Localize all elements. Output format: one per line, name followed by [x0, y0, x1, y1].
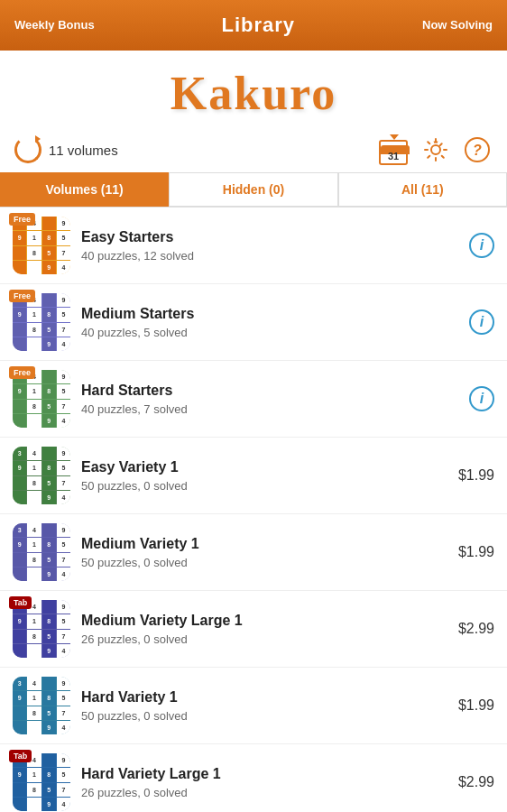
item-subtitle: 40 puzzles, 5 solved [81, 326, 440, 339]
thumbnail-wrap: 349918585794Free [13, 370, 70, 428]
thumbnail: 349918585794 [13, 447, 70, 504]
item-action: $1.99 [440, 467, 494, 484]
volume-badge: Tab [9, 596, 32, 609]
volumes-count: 11 volumes [49, 143, 379, 158]
tab-volumes[interactable]: Volumes (11) [0, 172, 169, 207]
item-info: Medium Starters40 puzzles, 5 solved [81, 306, 440, 339]
weekly-bonus-button[interactable]: Weekly Bonus [14, 18, 95, 33]
list-item[interactable]: 349918585794FreeHard Starters40 puzzles,… [0, 361, 507, 438]
price-label: $1.99 [440, 697, 494, 714]
svg-text:?: ? [473, 143, 482, 158]
item-action: i [440, 386, 494, 411]
tab-all[interactable]: All (11) [338, 172, 507, 207]
list-item[interactable]: 349918585794FreeEasy Starters40 puzzles,… [0, 208, 507, 284]
toolbar-icons: 31 ? [379, 134, 493, 165]
item-subtitle: 50 puzzles, 0 solved [81, 479, 440, 493]
item-title: Hard Variety 1 [81, 689, 440, 706]
thumbnail-wrap: 349918585794 [13, 677, 70, 734]
item-action: $2.99 [440, 621, 494, 637]
header: Weekly Bonus Library Now Solving [0, 0, 507, 51]
item-action: $2.99 [440, 774, 494, 790]
item-info: Easy Starters40 puzzles, 12 solved [81, 229, 440, 263]
price-label: $1.99 [440, 544, 494, 560]
thumbnail-wrap: 349918585794Free [13, 217, 70, 274]
list-item[interactable]: 349918585794FreeMedium Starters40 puzzle… [0, 284, 507, 361]
toolbar: 11 volumes 31 ? [0, 127, 507, 172]
volume-list: 349918585794FreeEasy Starters40 puzzles,… [0, 208, 507, 812]
item-info: Hard Variety Large 126 puzzles, 0 solved [81, 766, 440, 799]
info-button[interactable]: i [469, 386, 494, 411]
item-info: Medium Variety 150 puzzles, 0 solved [81, 536, 440, 569]
item-title: Easy Variety 1 [81, 459, 440, 475]
price-label: $1.99 [440, 467, 494, 484]
thumbnail-wrap: 349918585794Tab [13, 600, 70, 658]
price-label: $2.99 [440, 774, 494, 790]
svg-point-0 [431, 145, 440, 154]
tabs: Volumes (11) Hidden (0) All (11) [0, 172, 507, 208]
item-title: Hard Starters [81, 383, 440, 399]
list-item[interactable]: 349918585794TabMedium Variety Large 126 … [0, 591, 507, 668]
item-action: i [440, 309, 494, 335]
volume-badge: Free [9, 213, 35, 226]
calendar-icon[interactable]: 31 [379, 134, 410, 165]
item-action: $1.99 [440, 544, 494, 560]
list-item[interactable]: 349918585794Easy Variety 150 puzzles, 0 … [0, 438, 507, 514]
volume-badge: Free [9, 290, 35, 302]
item-info: Hard Starters40 puzzles, 7 solved [81, 383, 440, 416]
item-info: Hard Variety 150 puzzles, 0 solved [81, 689, 440, 723]
item-title: Medium Variety 1 [81, 536, 440, 552]
tab-hidden[interactable]: Hidden (0) [169, 172, 337, 207]
info-button[interactable]: i [469, 233, 494, 258]
price-label: $2.99 [440, 621, 494, 637]
volume-badge: Tab [9, 750, 32, 762]
item-info: Easy Variety 150 puzzles, 0 solved [81, 459, 440, 493]
help-icon[interactable]: ? [462, 134, 493, 165]
library-title: Library [222, 14, 296, 37]
item-subtitle: 50 puzzles, 0 solved [81, 709, 440, 723]
item-info: Medium Variety Large 126 puzzles, 0 solv… [81, 613, 440, 646]
title-section: Kakuro [0, 51, 507, 127]
item-action: i [440, 233, 494, 258]
item-title: Hard Variety Large 1 [81, 766, 440, 782]
list-item[interactable]: 349918585794Medium Variety 150 puzzles, … [0, 514, 507, 591]
item-subtitle: 40 puzzles, 12 solved [81, 249, 440, 263]
thumbnail-wrap: 349918585794 [13, 523, 70, 581]
list-item[interactable]: 349918585794TabHard Variety Large 126 pu… [0, 744, 507, 812]
app-title: Kakuro [0, 67, 507, 120]
item-subtitle: 50 puzzles, 0 solved [81, 556, 440, 569]
item-action: $1.99 [440, 697, 494, 714]
calendar-day: 31 [388, 151, 399, 161]
item-subtitle: 26 puzzles, 0 solved [81, 786, 440, 799]
item-subtitle: 26 puzzles, 0 solved [81, 632, 440, 646]
now-solving-button[interactable]: Now Solving [422, 18, 493, 33]
settings-icon[interactable] [420, 134, 451, 165]
thumbnail: 349918585794 [13, 677, 70, 734]
info-button[interactable]: i [469, 309, 494, 335]
thumbnail-wrap: 349918585794Free [13, 293, 70, 351]
thumbnail-wrap: 349918585794Tab [13, 753, 70, 811]
thumbnail-wrap: 349918585794 [13, 447, 70, 504]
volume-badge: Free [9, 366, 35, 379]
item-subtitle: 40 puzzles, 7 solved [81, 402, 440, 416]
item-title: Easy Starters [81, 229, 440, 245]
refresh-icon[interactable] [14, 136, 41, 163]
item-title: Medium Variety Large 1 [81, 613, 440, 629]
list-item[interactable]: 349918585794Hard Variety 150 puzzles, 0 … [0, 668, 507, 744]
thumbnail: 349918585794 [13, 523, 70, 581]
item-title: Medium Starters [81, 306, 440, 322]
